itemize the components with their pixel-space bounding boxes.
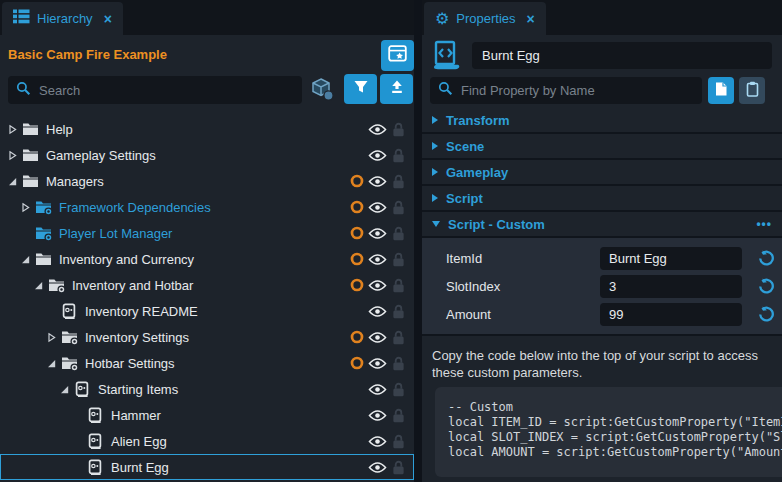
no-arrow [72, 410, 83, 421]
visibility-eye-icon[interactable] [368, 382, 387, 397]
lock-icon[interactable] [392, 174, 405, 189]
more-menu-icon[interactable]: ••• [756, 217, 772, 231]
expanded-arrow-icon[interactable] [33, 280, 44, 291]
level-button[interactable] [381, 40, 414, 71]
folder-badge-icon [61, 329, 79, 346]
no-arrow [20, 228, 31, 239]
tree-row[interactable]: Inventory and Currency [0, 246, 414, 272]
custom-property-value-field[interactable] [600, 247, 742, 270]
tree-row[interactable]: Burnt Egg [0, 454, 414, 480]
custom-property-name: Amount [446, 307, 491, 322]
lock-icon[interactable] [392, 408, 405, 423]
expanded-arrow-icon[interactable] [20, 254, 31, 265]
tree-row-label: Gameplay Settings [46, 148, 156, 163]
collapsed-arrow-icon[interactable] [7, 150, 18, 161]
lock-icon[interactable] [392, 148, 405, 163]
close-icon[interactable]: × [527, 12, 535, 26]
lock-icon[interactable] [392, 252, 405, 267]
visibility-eye-icon[interactable] [368, 252, 387, 267]
visibility-eye-icon[interactable] [368, 278, 387, 293]
code-snippet-box[interactable]: -- Custom local ITEM_ID = script:GetCust… [435, 387, 782, 477]
tree-row[interactable]: Framework Dependencies [0, 194, 414, 220]
group-cube-icon[interactable] [310, 77, 336, 103]
tree-row[interactable]: Gameplay Settings [0, 142, 414, 168]
lock-icon[interactable] [392, 330, 405, 345]
tree-row[interactable]: Managers [0, 168, 414, 194]
tree-row[interactable]: Help [0, 116, 414, 142]
tab-properties[interactable]: ⚙ Properties × [424, 2, 546, 35]
tree-row-label: Inventory Settings [85, 330, 189, 345]
reset-icon[interactable] [758, 278, 775, 295]
section-header-script-custom[interactable]: Script - Custom••• [422, 212, 782, 238]
search-icon [438, 81, 453, 100]
folder-icon [22, 147, 40, 164]
hierarchy-search[interactable] [8, 76, 302, 104]
collapsed-arrow-icon[interactable] [20, 202, 31, 213]
reset-icon[interactable] [758, 306, 775, 323]
custom-property-value-field[interactable] [600, 275, 742, 298]
tree-row[interactable]: Starting Items [0, 376, 414, 402]
visibility-eye-icon[interactable] [368, 356, 387, 371]
tree-row[interactable]: Alien Egg [0, 428, 414, 454]
properties-tabbar: ⚙ Properties × [422, 0, 782, 35]
section-header-scene[interactable]: Scene [422, 134, 782, 160]
filter-button[interactable] [344, 74, 377, 104]
tree-row-label: Burnt Egg [111, 460, 169, 475]
tree-row[interactable]: Inventory README [0, 298, 414, 324]
visibility-eye-icon[interactable] [368, 304, 387, 319]
item-icon [61, 303, 79, 320]
tree-row[interactable]: Player Lot Manager [0, 220, 414, 246]
lock-icon[interactable] [392, 356, 405, 371]
visibility-eye-icon[interactable] [368, 330, 387, 345]
section-label: Scene [446, 139, 484, 154]
search-input[interactable] [37, 82, 302, 99]
paste-properties-button[interactable] [739, 77, 765, 104]
collapsed-arrow-icon[interactable] [7, 124, 18, 135]
lock-icon[interactable] [392, 226, 405, 241]
lock-icon[interactable] [392, 382, 405, 397]
expanded-arrow-icon[interactable] [7, 176, 18, 187]
collapse-all-button[interactable] [380, 74, 413, 104]
close-icon[interactable]: × [104, 12, 112, 26]
lock-icon[interactable] [392, 304, 405, 319]
tab-hierarchy[interactable]: Hierarchy × [2, 2, 123, 35]
property-search-input[interactable] [459, 82, 702, 99]
lock-icon[interactable] [392, 434, 405, 449]
visibility-eye-icon[interactable] [368, 226, 387, 241]
section-header-script[interactable]: Script [422, 186, 782, 212]
lock-icon[interactable] [392, 278, 405, 293]
tree-row[interactable]: Inventory Settings [0, 324, 414, 350]
folder-icon [35, 251, 53, 268]
visibility-eye-icon[interactable] [368, 174, 387, 189]
copy-properties-button[interactable] [708, 77, 734, 104]
object-name-field[interactable] [472, 42, 772, 69]
property-search[interactable] [430, 77, 702, 104]
networked-indicator-icon [349, 329, 365, 345]
networked-indicator-icon [349, 251, 365, 267]
expanded-arrow-icon[interactable] [59, 384, 70, 395]
tree-row[interactable]: Hotbar Settings [0, 350, 414, 376]
reset-icon[interactable] [758, 250, 775, 267]
folder-icon [22, 121, 40, 138]
visibility-eye-icon[interactable] [368, 148, 387, 163]
lock-icon[interactable] [392, 200, 405, 215]
visibility-eye-icon[interactable] [368, 200, 387, 215]
lock-icon[interactable] [392, 122, 405, 137]
tree-row-label: Framework Dependencies [59, 200, 211, 215]
section-header-gameplay[interactable]: Gameplay [422, 160, 782, 186]
visibility-eye-icon[interactable] [368, 408, 387, 423]
collapsed-arrow-icon[interactable] [46, 332, 57, 343]
custom-property-value-field[interactable] [600, 303, 742, 326]
custom-property-row: Amount [422, 300, 782, 328]
tree-row[interactable]: Inventory and Hotbar [0, 272, 414, 298]
expanded-arrow-icon[interactable] [46, 358, 57, 369]
visibility-eye-icon[interactable] [368, 434, 387, 449]
visibility-eye-icon[interactable] [368, 460, 387, 475]
section-header-transform[interactable]: Transform [422, 108, 782, 134]
tree-row-label: Help [46, 122, 73, 137]
tree-row[interactable]: Hammer [0, 402, 414, 428]
folder-icon [22, 173, 40, 190]
visibility-eye-icon[interactable] [368, 122, 387, 137]
lock-icon[interactable] [392, 460, 405, 475]
item-icon [87, 459, 105, 476]
